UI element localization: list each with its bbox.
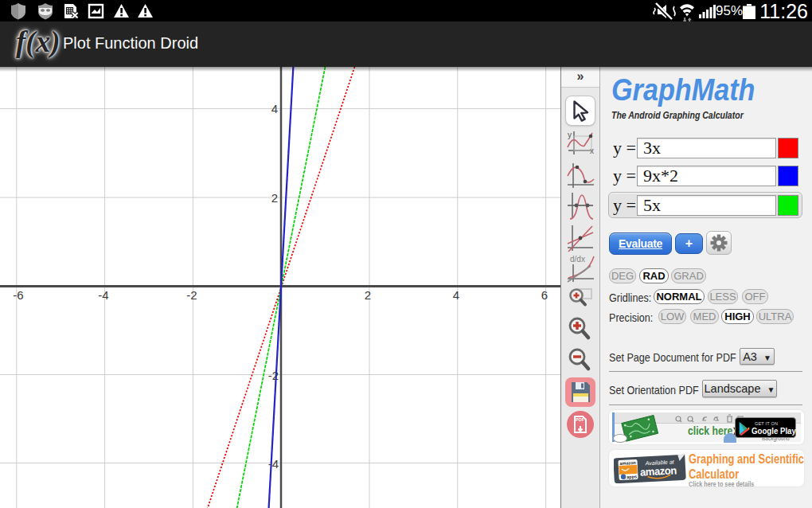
svg-text:-4: -4	[268, 457, 279, 471]
svg-text:amazon: amazon	[640, 464, 677, 479]
svg-text:6: 6	[541, 288, 548, 302]
svg-text:-4: -4	[98, 288, 108, 302]
svg-text:d/dx: d/dx	[570, 255, 585, 264]
svg-text:2: 2	[365, 288, 371, 302]
svg-text:y: y	[568, 131, 572, 139]
svg-text:apps: apps	[627, 474, 637, 479]
svg-text:PDF: PDF	[576, 417, 585, 422]
svg-text:-2: -2	[186, 288, 197, 302]
svg-text:-6: -6	[13, 288, 23, 302]
svg-text:-2: -2	[268, 369, 279, 382]
svg-text:2: 2	[271, 191, 278, 205]
svg-text:amazon: amazon	[619, 460, 636, 466]
svg-text:4: 4	[271, 102, 278, 115]
svg-text:4: 4	[453, 288, 459, 302]
